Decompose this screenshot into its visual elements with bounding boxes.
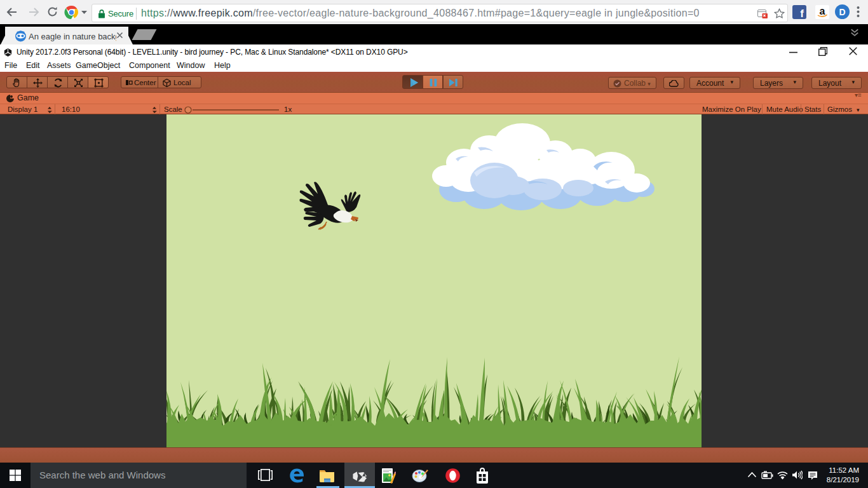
svg-text:D: D <box>839 7 845 17</box>
svg-text:a: a <box>820 6 825 17</box>
svg-text:f: f <box>800 8 804 19</box>
